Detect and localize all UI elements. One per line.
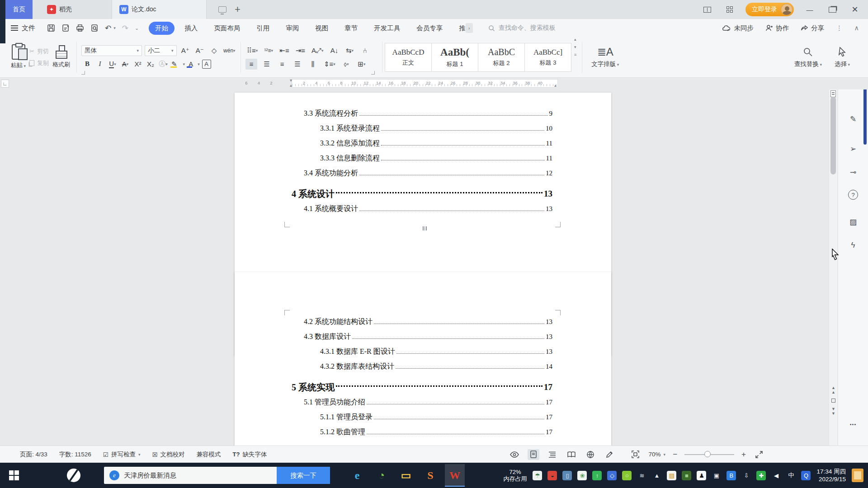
annotate-pen-icon[interactable]: ✎ [846,112,860,126]
distribute-button[interactable]: ⫼ [307,59,319,70]
next-page-icon[interactable]: ▼▼ [831,407,835,416]
line-spacing-button[interactable]: ⇕≡▾ [322,59,337,70]
toc-entry[interactable]: 5 系统实现17 [235,377,611,398]
eye-protection-icon[interactable] [509,449,520,460]
pinyin-guide-icon[interactable]: wén▾ [223,45,236,56]
cut-button[interactable]: ✂剪切 [29,47,49,56]
tray-icon-circle-360[interactable]: ○ [622,471,632,480]
minimize-button[interactable]: — [803,4,816,15]
help-icon[interactable]: ? [848,190,858,200]
bold-button[interactable]: B [81,59,93,70]
decrease-font-icon[interactable]: A⁻ [194,45,206,56]
char-border-button[interactable]: A [202,60,211,69]
tray-icon-qq-penguin[interactable]: ♟ [697,471,706,480]
tray-icon-chat-green[interactable]: ❀ [577,471,587,480]
redo-icon[interactable]: ↷ [122,23,128,33]
browse-object-icon[interactable] [831,399,835,403]
close-button[interactable]: ✕ [848,4,862,15]
menu-tab-1[interactable]: 插入 [178,22,204,35]
sync-status[interactable]: 未同步 [722,24,754,33]
taskbar-clock[interactable]: 17:34 周四 2022/9/15 [816,468,846,483]
fullscreen-icon[interactable] [753,449,765,460]
previous-page-icon[interactable]: ▲▲ [831,385,835,394]
right-indent-marker[interactable]: ▴ [554,84,557,87]
superscript-button[interactable]: X² [132,59,144,70]
collaborate-button[interactable]: 协作 [765,24,789,33]
shading-button[interactable]: ⬨▾ [340,59,352,70]
justify-button[interactable]: ☰ [292,59,303,70]
bullet-list-button[interactable]: ⠿≡▾ [245,45,259,56]
ruler-toggle-icon[interactable] [830,90,836,97]
print-preview-icon[interactable] [90,24,99,32]
toc-entry[interactable]: 5.1.1 管理员登录17 [235,413,611,427]
workspace-grid-icon[interactable] [723,4,736,15]
split-view-icon[interactable] [700,4,714,15]
menu-tab-0[interactable]: 开始 [149,22,175,35]
toc-entry[interactable]: 3.3 系统流程分析9 [235,109,611,124]
tray-icon-usb-eject[interactable]: ⇩ [741,471,751,480]
toc-entry[interactable]: 4.3.2 数据库表结构设计14 [235,362,611,377]
web-layout-icon[interactable] [585,449,596,460]
save-icon[interactable] [47,24,55,32]
spell-check-toggle[interactable]: ☑拼写检查▾ [103,450,141,459]
char-spacing-button[interactable]: ⑃ [359,45,371,56]
tray-icon-q-blue[interactable]: Q [801,471,811,480]
select-cursor-icon[interactable]: ➢ [846,142,860,155]
zoom-in-button[interactable]: + [741,450,746,459]
rail-scrollbar[interactable] [863,89,867,145]
document-page-2[interactable]: 4.2 系统功能结构设计134.3 数据库设计134.3.1 数据库 E-R 图… [235,272,611,446]
select-button[interactable]: 选择 ▾ [828,37,856,77]
start-button[interactable] [0,463,28,488]
quick-action-icon[interactable]: ϟ [846,239,860,252]
print-icon[interactable] [76,24,84,32]
more-menu-icon[interactable]: ⋮ [836,24,843,32]
fit-page-icon[interactable] [630,449,642,460]
taskbar-search[interactable]: e 天津房价最新消息 搜索一下 [104,467,330,484]
taskbar-app-sogou-input[interactable]: S [420,464,440,487]
format-painter-button[interactable]: 格式刷 [49,37,74,77]
zoom-level[interactable]: 70%▾ [649,451,666,458]
tray-icon-shield-up-green[interactable]: ↑ [592,471,602,480]
toc-entry[interactable]: 4 系统设计13 [235,183,611,204]
borders-button[interactable]: ⊞▾ [356,59,368,70]
tab-document[interactable]: W 论文.doc [112,0,207,19]
first-line-indent-marker[interactable]: ▾ [290,79,292,82]
tab-docer[interactable]: ✦ 稻壳 [40,0,79,19]
notification-icon[interactable] [852,469,863,482]
tray-icon-app-dark-green[interactable]: ■ [682,471,691,480]
text-direction-button[interactable]: A⤢▾ [310,45,325,56]
menu-tab-9[interactable]: 推 [453,22,466,35]
toc-entry[interactable]: 4.3 数据库设计13 [235,332,611,347]
decrease-indent-button[interactable]: ⇤≡ [278,45,290,56]
menu-tab-5[interactable]: 视图 [309,22,335,35]
copy-button[interactable]: 复制 [29,59,49,67]
menu-tab-4[interactable]: 审阅 [279,22,305,35]
tray-icon-shield-blue[interactable]: ◇ [607,471,617,480]
menu-tab-8[interactable]: 会员专享 [410,22,449,35]
taskbar-app-wps-office[interactable]: W [445,464,465,487]
missing-font-button[interactable]: T?缺失字体 [233,450,267,459]
menu-overflow-button[interactable]: › [466,23,473,33]
font-name-select[interactable]: 黑体▾ [81,45,142,56]
taskbar-app-file-explorer[interactable]: ▭ [396,464,416,487]
export-pdf-icon[interactable] [61,24,70,32]
outline-view-icon[interactable] [547,449,558,460]
paste-button[interactable]: 粘贴 ▾ [7,37,29,77]
style-cell-3[interactable]: AaBbCc]标题 3 [524,43,571,72]
session-monitor-icon[interactable] [218,6,226,13]
tray-icon-weather[interactable]: ☂ [533,471,542,480]
menu-tab-3[interactable]: 引用 [250,22,276,35]
zoom-slider-knob[interactable] [704,451,711,457]
menu-tab-6[interactable]: 章节 [338,22,364,35]
style-cell-1[interactable]: AaBb(标题 1 [431,43,478,72]
toc-entry[interactable]: 4.1 系统概要设计13 [235,204,611,219]
login-button[interactable]: 立即登录 [745,3,794,16]
tab-home[interactable]: 首页 [5,0,33,19]
tab-stop-selector[interactable]: ∟ [1,80,9,88]
scrollbar-thumb[interactable] [830,97,836,174]
wrap-button[interactable]: ⇆▾ [344,45,356,56]
document-area[interactable]: 3.3 系统流程分析93.3.1 系统登录流程103.3.2 信息添加流程113… [0,89,868,446]
tray-icon-volume[interactable]: ◀ [771,471,781,480]
toc-entry[interactable]: 5.1 管理员功能介绍17 [235,398,611,413]
clipboard-dialog-launcher[interactable] [81,71,85,75]
